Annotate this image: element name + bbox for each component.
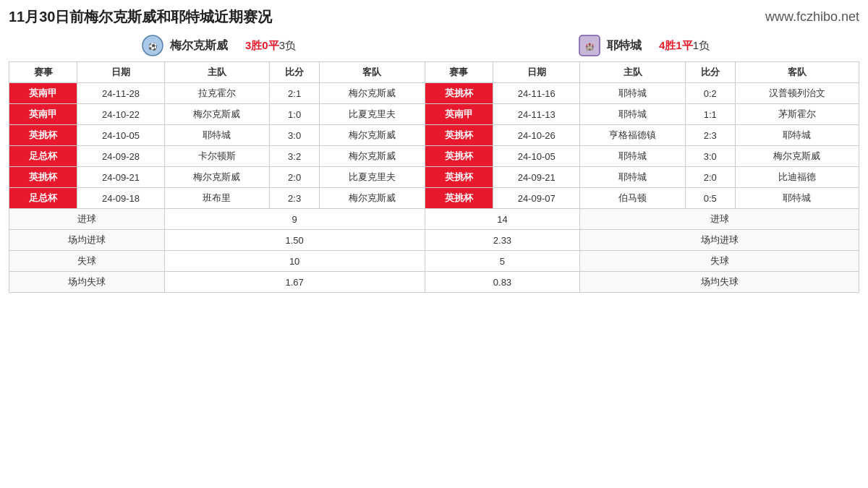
right-match-date: 24-09-21 bbox=[493, 167, 580, 188]
left-match-score: 1:0 bbox=[270, 104, 320, 125]
left-match-home: 卡尔顿斯 bbox=[164, 146, 270, 167]
right-lost-label: 失球 bbox=[580, 251, 859, 272]
left-match-date: 24-09-28 bbox=[77, 146, 164, 167]
left-match-away: 比夏克里夫 bbox=[320, 167, 425, 188]
left-avg-lost-label: 场均失球 bbox=[9, 272, 165, 293]
column-headers: 赛事 日期 主队 比分 客队 赛事 日期 主队 比分 客队 bbox=[9, 62, 859, 83]
right-match-away: 梅尔克斯威 bbox=[735, 146, 859, 167]
left-match-date: 24-11-28 bbox=[77, 83, 164, 104]
right-match-score: 2:3 bbox=[685, 125, 735, 146]
left-match-tag: 足总杯 bbox=[9, 188, 77, 209]
right-match-away: 比迪福德 bbox=[735, 167, 859, 188]
left-match-home: 梅尔克斯威 bbox=[164, 104, 270, 125]
left-match-home: 班布里 bbox=[164, 188, 270, 209]
left-match-date: 24-09-18 bbox=[77, 188, 164, 209]
left-match-home: 梅尔克斯威 bbox=[164, 167, 270, 188]
right-record-lose: 1负 bbox=[693, 39, 710, 51]
left-match-tag: 足总杯 bbox=[9, 146, 77, 167]
left-match-away: 梅尔克斯威 bbox=[320, 83, 425, 104]
right-match-away: 茅斯霍尔 bbox=[735, 104, 859, 125]
left-match-score: 2:1 bbox=[270, 83, 320, 104]
right-match-home: 耶特城 bbox=[580, 83, 686, 104]
stats-avg-goals-row: 场均进球 1.50 2.33 场均进球 bbox=[9, 230, 859, 251]
right-match-home: 亨格福德镇 bbox=[580, 125, 686, 146]
right-match-score: 0:2 bbox=[685, 83, 735, 104]
right-match-tag: 英挑杯 bbox=[425, 83, 493, 104]
page-title: 11月30日前梅尔克斯威和耶特城近期赛况 bbox=[9, 7, 273, 27]
left-match-home: 耶特城 bbox=[164, 125, 270, 146]
left-match-away: 梅尔克斯威 bbox=[320, 188, 425, 209]
left-match-tag: 英南甲 bbox=[9, 104, 77, 125]
stats-lost-row: 失球 10 5 失球 bbox=[9, 251, 859, 272]
right-avg-lost-label: 场均失球 bbox=[580, 272, 859, 293]
right-record-win: 4胜 bbox=[659, 39, 676, 51]
right-match-tag: 英南甲 bbox=[425, 104, 493, 125]
right-match-away: 耶特城 bbox=[735, 188, 859, 209]
col-right-score: 比分 bbox=[685, 62, 735, 83]
teams-row: ⚽ 梅尔克斯威 3胜0平3负 🏰 耶特城 4胜1平1负 bbox=[9, 34, 859, 57]
svg-text:🏰: 🏰 bbox=[585, 42, 595, 51]
right-match-away: 汉普顿列治文 bbox=[735, 83, 859, 104]
right-match-home: 耶特城 bbox=[580, 167, 686, 188]
right-match-score: 0:5 bbox=[685, 188, 735, 209]
left-match-away: 梅尔克斯威 bbox=[320, 125, 425, 146]
right-goals-value: 14 bbox=[425, 209, 580, 230]
right-match-date: 24-11-16 bbox=[493, 83, 580, 104]
right-match-score: 2:0 bbox=[685, 167, 735, 188]
left-match-date: 24-09-21 bbox=[77, 167, 164, 188]
right-team-record: 4胜1平1负 bbox=[659, 39, 710, 53]
right-match-score: 3:0 bbox=[685, 146, 735, 167]
left-match-score: 3:0 bbox=[270, 125, 320, 146]
left-team-record: 3胜0平3负 bbox=[245, 39, 296, 53]
right-match-tag: 英挑杯 bbox=[425, 188, 493, 209]
stats-avg-lost-row: 场均失球 1.67 0.83 场均失球 bbox=[9, 272, 859, 293]
left-avg-goals-value: 1.50 bbox=[164, 230, 425, 251]
col-right-date: 日期 bbox=[493, 62, 580, 83]
right-match-tag: 英挑杯 bbox=[425, 167, 493, 188]
left-match-away: 比夏克里夫 bbox=[320, 104, 425, 125]
col-right-home: 主队 bbox=[580, 62, 686, 83]
right-team-icon: 🏰 bbox=[578, 34, 601, 57]
table-row: 英南甲24-11-28拉克霍尔2:1梅尔克斯威英挑杯24-11-16耶特城0:2… bbox=[9, 83, 859, 104]
left-lost-label: 失球 bbox=[9, 251, 165, 272]
table-row: 英挑杯24-09-21梅尔克斯威2:0比夏克里夫英挑杯24-09-21耶特城2:… bbox=[9, 167, 859, 188]
table-row: 足总杯24-09-28卡尔顿斯3:2梅尔克斯威英挑杯24-10-05耶特城3:0… bbox=[9, 146, 859, 167]
left-team-icon: ⚽ bbox=[141, 34, 164, 57]
table-row: 足总杯24-09-18班布里2:3梅尔克斯威英挑杯24-09-07伯马顿0:5耶… bbox=[9, 188, 859, 209]
right-lost-value: 5 bbox=[425, 251, 580, 272]
right-match-home: 伯马顿 bbox=[580, 188, 686, 209]
left-match-home: 拉克霍尔 bbox=[164, 83, 270, 104]
col-left-away: 客队 bbox=[320, 62, 425, 83]
left-match-tag: 英南甲 bbox=[9, 83, 77, 104]
right-record-draw: 1平 bbox=[676, 39, 692, 51]
left-lost-value: 10 bbox=[164, 251, 425, 272]
left-record-lose: 3负 bbox=[279, 39, 296, 51]
left-match-date: 24-10-05 bbox=[77, 125, 164, 146]
right-match-home: 耶特城 bbox=[580, 104, 686, 125]
col-left-event: 赛事 bbox=[9, 62, 77, 83]
right-match-tag: 英挑杯 bbox=[425, 125, 493, 146]
right-avg-goals-value: 2.33 bbox=[425, 230, 580, 251]
right-match-tag: 英挑杯 bbox=[425, 146, 493, 167]
right-match-date: 24-10-26 bbox=[493, 125, 580, 146]
left-avg-goals-label: 场均进球 bbox=[9, 230, 165, 251]
right-team-section: 🏰 耶特城 4胜1平1负 bbox=[428, 34, 859, 57]
left-match-tag: 英挑杯 bbox=[9, 167, 77, 188]
table-row: 英挑杯24-10-05耶特城3:0梅尔克斯威英挑杯24-10-26亨格福德镇2:… bbox=[9, 125, 859, 146]
right-match-home: 耶特城 bbox=[580, 146, 686, 167]
svg-text:⚽: ⚽ bbox=[148, 42, 158, 51]
page-wrapper: 11月30日前梅尔克斯威和耶特城近期赛况 www.fczhibo.net ⚽ 梅… bbox=[0, 0, 868, 300]
table-row: 英南甲24-10-22梅尔克斯威1:0比夏克里夫英南甲24-11-13耶特城1:… bbox=[9, 104, 859, 125]
right-avg-goals-label: 场均进球 bbox=[580, 230, 859, 251]
left-team-section: ⚽ 梅尔克斯威 3胜0平3负 bbox=[9, 34, 428, 57]
right-goals-label: 进球 bbox=[580, 209, 859, 230]
left-match-score: 3:2 bbox=[270, 146, 320, 167]
left-match-away: 梅尔克斯威 bbox=[320, 146, 425, 167]
right-match-date: 24-09-07 bbox=[493, 188, 580, 209]
left-match-score: 2:3 bbox=[270, 188, 320, 209]
left-goals-value: 9 bbox=[164, 209, 425, 230]
left-record-win: 3胜 bbox=[245, 39, 262, 51]
col-left-home: 主队 bbox=[164, 62, 270, 83]
right-team-name: 耶特城 bbox=[607, 38, 642, 53]
left-team-name: 梅尔克斯威 bbox=[170, 38, 228, 53]
